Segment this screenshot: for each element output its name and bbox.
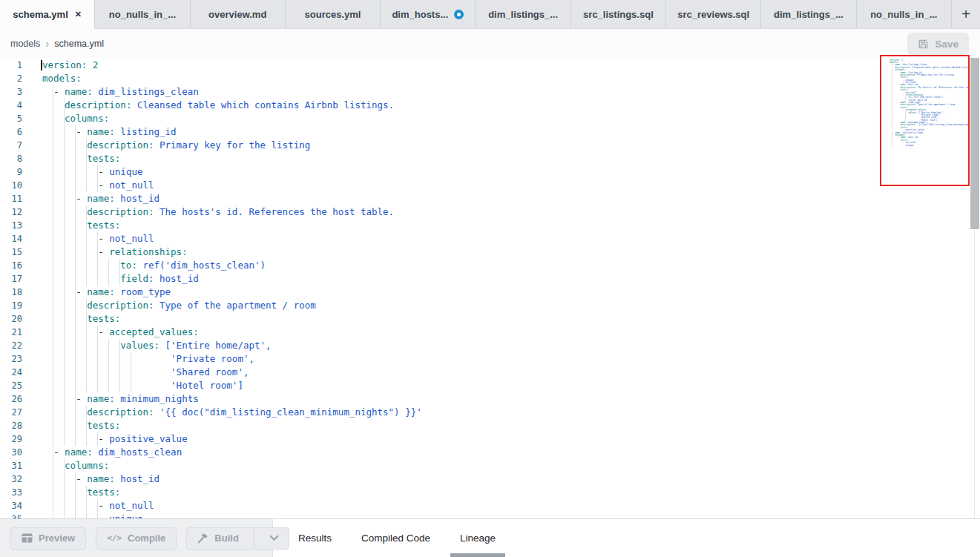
code-line[interactable]: 2models: [0,72,980,85]
breadcrumb-item[interactable]: schema.yml [54,39,104,49]
token: - [76,286,87,297]
preview-button[interactable]: Preview [10,527,86,550]
code-line[interactable]: 32- name: host_id [0,472,980,486]
code-line[interactable]: 34- not_null [0,499,980,512]
line-number: 30 [0,446,22,459]
code-text: description: Type of the apartment / roo… [42,299,316,312]
code-line[interactable]: 25'Hotel room'] [0,379,980,392]
code-line[interactable]: 29- positive_value [0,432,980,446]
token: ['Entire home/apt', [160,340,272,351]
code-line[interactable]: 10- not_null [0,179,980,192]
build-button[interactable]: Build [186,527,289,550]
code-line[interactable]: 1version: 2 [0,59,980,72]
code-line[interactable]: 19description: Type of the apartment / r… [0,299,980,312]
code-line[interactable]: 18- name: room_type [0,286,980,299]
line-number: 1 [0,59,22,72]
token: values: [120,340,160,351]
token: columns: [65,113,109,124]
code-line[interactable]: 30- name: dim_hosts_clean [0,446,980,459]
tab-dim-hosts[interactable]: dim_hosts... [380,0,475,28]
token: host_id [907,136,917,139]
code-line[interactable]: 5columns: [0,112,980,125]
chevron-down-icon[interactable] [260,528,289,549]
open-file-tabs: schema.yml✕no_nulls_in_...overview.mdsou… [0,0,951,28]
code-line[interactable]: 3- name: dim_listings_clean [0,85,980,99]
code-line[interactable]: 9- unique [0,165,980,179]
table-icon [22,533,33,543]
new-tab-button[interactable]: + [951,0,980,28]
token: - [76,473,87,484]
code-line[interactable]: 28tests: [0,419,980,432]
indent-guides [42,446,53,459]
breadcrumb: models›schema.yml [10,29,104,58]
indent-space [131,366,171,379]
save-label: Save [935,39,958,50]
code-line[interactable]: 7description: Primary key for the listin… [0,139,980,152]
indent-guides [42,259,120,272]
tab-no-nulls-in[interactable]: no_nulls_in_... [856,0,951,28]
save-button[interactable]: Save [907,33,969,55]
editor-tab-bar: schema.yml✕no_nulls_in_...overview.mdsou… [0,0,980,29]
code-line[interactable]: 15- relationships: [0,245,980,259]
code-line[interactable]: 21- accepted_values: [0,326,980,339]
line-number: 23 [0,352,22,366]
minimap-viewport[interactable]: version: 2models:- name: dim_listings_cl… [880,55,970,186]
text-cursor [41,60,42,70]
line-number: 12 [0,205,22,219]
tab-sources-yml[interactable]: sources.yml [285,0,380,28]
tab-overview-md[interactable]: overview.md [190,0,285,28]
code-line[interactable]: 33tests: [0,486,980,499]
code-line[interactable]: 16to: ref('dim_hosts_clean') [0,259,980,272]
scrollbar-thumb[interactable] [970,58,979,229]
indent-guides [42,165,98,179]
line-number: 29 [0,432,22,446]
code-line[interactable]: 31columns: [0,459,980,472]
code-line[interactable]: 6- name: listing_id [0,125,980,139]
tab-results[interactable]: Results [297,519,333,557]
tab-dim-listings[interactable]: dim_listings_... [760,0,855,28]
token: description: [87,206,154,217]
tab-src-reviews-sql[interactable]: src_reviews.sql [665,0,760,28]
code-line[interactable]: 13tests: [0,219,980,232]
tab-label: no_nulls_in_... [109,9,176,20]
code-line[interactable]: 14- not_null [0,232,980,245]
indent-guides [42,392,76,406]
close-icon[interactable]: ✕ [75,10,82,19]
tab-src-listings-sql[interactable]: src_listings.sql [570,0,665,28]
code-line[interactable]: 8tests: [0,152,980,165]
code-line[interactable]: 11- name: host_id [0,192,980,205]
tab-lineage[interactable]: Lineage [458,519,497,557]
line-number: 28 [0,419,22,432]
token: Cleansed table which contains Airbnb lis… [131,99,394,111]
token: - [98,179,109,191]
token: columns: [65,460,109,471]
line-number: 11 [0,192,22,205]
tab-dim-listings[interactable]: dim_listings_... [475,0,570,28]
tab-compiled-code[interactable]: Compiled Code [360,519,432,557]
code-line[interactable]: 22values: ['Entire home/apt', [0,339,980,352]
tab-no-nulls-in[interactable]: no_nulls_in_... [94,0,189,28]
token: name: [65,446,93,458]
tab-label: dim_listings_... [488,9,558,20]
code-line[interactable]: 12description: The hosts's id. Reference… [0,205,980,219]
breadcrumb-item[interactable]: models [10,39,40,49]
code-text: description: '{{ doc("dim_listing_clean_… [42,406,422,419]
token: field: [120,273,154,284]
code-line[interactable]: 23'Private room', [0,352,980,366]
code-line[interactable]: 24'Shared room', [0,366,980,379]
tab-schema-yml[interactable]: schema.yml✕ [0,0,94,28]
token: Primary key for the listing [154,139,311,151]
code-line[interactable]: 17field: host_id [0,272,980,286]
button-label: Build [214,533,239,544]
compile-button[interactable]: </>Compile [96,527,177,550]
code-line[interactable]: 26- name: minimum_nights [0,392,980,406]
token: not_null [109,179,154,191]
code-line[interactable]: 20tests: [0,312,980,326]
tab-label: schema.yml [13,9,68,20]
token: name: [87,126,115,137]
code-line[interactable]: 4description: Cleansed table which conta… [0,99,980,112]
token: The hosts's id. References the host tabl… [916,86,970,89]
code-line[interactable]: 27description: '{{ doc("dim_listing_clea… [0,406,980,419]
indent-guides [42,326,98,339]
code-editor[interactable]: 1version: 22models:3- name: dim_listings… [0,58,980,519]
